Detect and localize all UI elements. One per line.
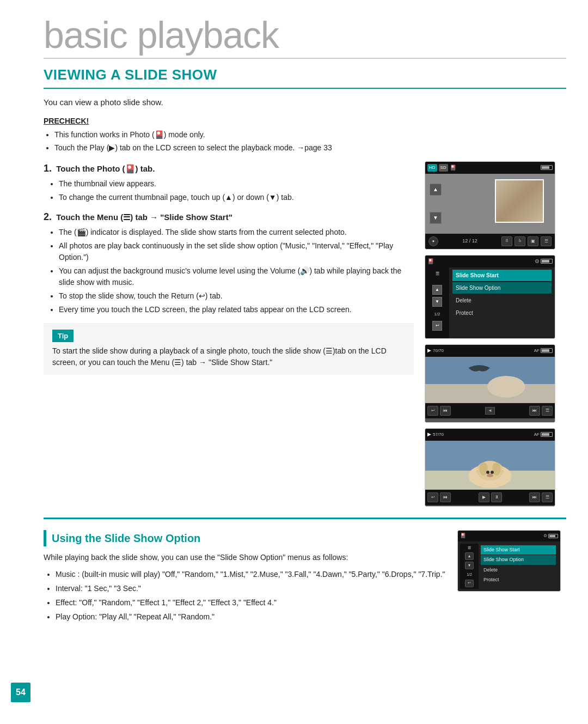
photo-mode-icon-1: 🎴 xyxy=(450,163,456,172)
subsection-intro: While playing back the slide show, you c… xyxy=(44,552,446,563)
menu-btn-3[interactable]: ☰ xyxy=(542,406,553,416)
section-title: VIEWING A SLIDE SHOW xyxy=(44,64,566,89)
menu-btn-4[interactable]: ☰ xyxy=(542,492,553,502)
grid-btn-1[interactable]: ⠿ xyxy=(501,236,512,246)
option-effect: Effect: "Off," "Random," "Effect 1," "Ef… xyxy=(56,597,446,609)
return-btn-3[interactable]: ↩ xyxy=(427,406,438,416)
step-2-bullet-1: The (🎬) indicator is displayed. The slid… xyxy=(59,227,414,238)
sm-battery: ⚙ xyxy=(543,533,558,539)
playback-bird-image xyxy=(425,357,555,403)
cam-top-bar-1: HD SD 🎴 xyxy=(425,162,555,174)
slide-show-option-section: Using the Slide Show Option While playin… xyxy=(44,530,566,625)
step-2-bullet-5: Every time you touch the LCD screen, the… xyxy=(59,304,414,315)
bird-svg xyxy=(425,357,555,403)
page-number: 54 xyxy=(11,683,30,702)
cam-battery-3: AF xyxy=(534,348,553,354)
playback-controls-3: ↩ ⏮ ◄ ⏭ ☰ xyxy=(425,403,555,418)
cam-icons-left-4: ▶ 57/70 xyxy=(427,431,444,439)
play-btns-3: ↩ ⏮ xyxy=(427,406,451,416)
menu-sidebar-2: ☰ ▲ ▼ 1/2 ↩ xyxy=(425,267,449,338)
step-1-number: 1. xyxy=(44,163,52,174)
menu-down-arrow[interactable]: ▼ xyxy=(432,297,442,307)
precheck-item-1: This function works in Photo (🎴) mode on… xyxy=(54,129,566,141)
sm-menu-area: ☰ ▲ ▼ 1/2 ↩ Slide Show Start Slide Show … xyxy=(458,542,560,591)
pause-btn-4[interactable]: ⏸ xyxy=(491,492,502,502)
sm-slide-show-option[interactable]: Slide Show Option xyxy=(481,555,556,565)
cam-icons-left-2: 🎴 xyxy=(427,257,434,265)
menu-main-2: Slide Show Start Slide Show Option Delet… xyxy=(449,267,555,338)
down-arrow-1[interactable]: ▼ xyxy=(430,212,442,224)
camera-screen-3: ▶ 70/70 AF xyxy=(425,344,555,423)
cam-bottom-bar-1: ● 12 / 12 ⠿ ⠷ ▣ ☰ xyxy=(425,234,555,249)
camera-screenshots: HD SD 🎴 ▲ ▼ ● 12 / 12 ⠿ xyxy=(425,161,566,507)
cam-battery-1 xyxy=(541,165,553,170)
delete-item[interactable]: Delete xyxy=(452,295,552,306)
circle-btn-1[interactable]: ● xyxy=(428,236,438,246)
sm-protect[interactable]: Protect xyxy=(481,575,556,585)
step-2-bullets: The (🎬) indicator is displayed. The slid… xyxy=(44,227,414,315)
slide-show-start-item[interactable]: Slide Show Start xyxy=(452,270,552,281)
up-arrow-1[interactable]: ▲ xyxy=(430,184,442,196)
sd-badge-1: SD xyxy=(439,164,448,172)
score-3: 70/70 xyxy=(433,348,444,354)
prev-btn-3[interactable]: ⏮ xyxy=(440,406,451,416)
sm-slide-show-start[interactable]: Slide Show Start xyxy=(481,545,556,555)
main-content-left: 1. Touch the Photo (🎴) tab. The thumbnai… xyxy=(44,161,414,507)
tip-label: Tip xyxy=(52,330,74,343)
step-1-heading: Touch the Photo (🎴) tab. xyxy=(56,164,155,173)
cam-icons-left-3: ▶ 70/70 xyxy=(427,347,444,355)
screen1-thumbnail: ▲ ▼ xyxy=(425,174,555,234)
option-music: Music : (built-in music will play) "Off,… xyxy=(56,569,446,580)
menu-up-arrow[interactable]: ▲ xyxy=(432,285,442,295)
sm-return-btn[interactable]: ↩ xyxy=(465,580,474,587)
tip-text: To start the slide show during a playbac… xyxy=(52,345,405,368)
cam-battery-4: AF xyxy=(534,431,553,438)
protect-item[interactable]: Protect xyxy=(452,307,552,319)
step-1-bullet-1: The thumbnail view appears. xyxy=(59,178,414,190)
grid-btn-2[interactable]: ⠷ xyxy=(514,236,525,246)
step-1-bullets: The thumbnail view appears. To change th… xyxy=(44,178,414,203)
step-1: 1. Touch the Photo (🎴) tab. The thumbnai… xyxy=(44,161,414,203)
list-btn-1[interactable]: ☰ xyxy=(541,236,552,246)
volume-icon-3[interactable]: ◄ xyxy=(485,407,495,415)
intro-text: You can view a photo slide show. xyxy=(44,96,566,109)
sm-icons-left: 🎴 xyxy=(460,532,466,540)
screen3-playback: ↩ ⏮ ◄ ⏭ ☰ xyxy=(425,357,555,422)
camera-screen-4: ▶ 57/70 AF xyxy=(425,428,555,507)
next-btn-3[interactable]: ⏭ xyxy=(529,406,540,416)
sm-settings-icon: ⚙ xyxy=(543,533,547,539)
next-btn-4[interactable]: ⏭ xyxy=(529,492,540,502)
sm-delete[interactable]: Delete xyxy=(481,565,556,575)
dog-svg xyxy=(425,441,555,490)
step-2-bullet-2: All photos are play back continuously in… xyxy=(59,240,414,263)
return-btn-4[interactable]: ↩ xyxy=(427,492,438,502)
hd-badge-1: HD xyxy=(427,164,437,172)
grid-btn-3[interactable]: ▣ xyxy=(528,236,538,246)
step-2-header: 2. Touch the Menu (☰) tab → "Slide Show … xyxy=(44,210,414,224)
sm-menu-icon: ☰ xyxy=(468,545,471,551)
svg-point-11 xyxy=(487,473,493,477)
menu-return-arrow[interactable]: ↩ xyxy=(432,321,442,331)
sm-up-btn[interactable]: ▲ xyxy=(465,552,474,560)
battery-bar-4 xyxy=(541,432,553,437)
tip-box: Tip To start the slide show during a pla… xyxy=(44,323,414,375)
cam-top-bar-sm: 🎴 ⚙ xyxy=(458,531,560,542)
option-interval: Interval: "1 Sec," "3 Sec." xyxy=(56,583,446,594)
sm-down-btn[interactable]: ▼ xyxy=(465,562,474,569)
sm-counter: 1/2 xyxy=(467,572,472,578)
prev-btn-4[interactable]: ⏮ xyxy=(440,492,451,502)
cam-screen-small: 🎴 ⚙ ☰ ▲ ▼ 1/2 ↩ Slide Show xyxy=(457,530,561,592)
menu-counter-2: 1/2 xyxy=(434,311,440,318)
step-2: 2. Touch the Menu (☰) tab → "Slide Show … xyxy=(44,210,414,315)
photo-mode-icon-2: 🎴 xyxy=(427,257,434,265)
slide-show-option-item[interactable]: Slide Show Option xyxy=(452,282,552,294)
screen2-menu: ☰ ▲ ▼ 1/2 ↩ Slide Show Start Slide Show … xyxy=(425,267,555,338)
svg-point-7 xyxy=(479,463,488,476)
subsection-title: Using the Slide Show Option xyxy=(44,530,446,546)
cam-bottom-icons-1: ⠿ ⠷ ▣ ☰ xyxy=(501,236,552,246)
step-1-bullet-2: To change the current thumbnail page, to… xyxy=(59,192,414,203)
section-divider xyxy=(44,518,566,519)
playback-icon-3: ▶ xyxy=(427,347,431,355)
play-btn-4[interactable]: ▶ xyxy=(479,492,489,502)
cam-battery-2: ⚙ xyxy=(535,257,553,265)
